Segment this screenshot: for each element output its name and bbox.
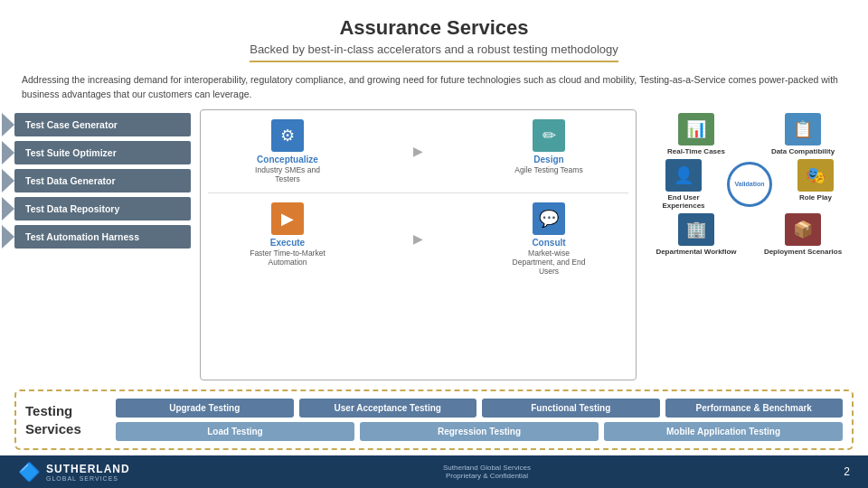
- consult-sub: Market-wise Department, and End Users: [508, 249, 590, 276]
- logo-icon: 🔷: [18, 461, 41, 483]
- service-regression: Regression Testing: [360, 422, 599, 441]
- design-sub: Agile Testing Teams: [514, 165, 582, 174]
- accelerator-item-2: Test Suite Optimizer: [14, 141, 191, 164]
- consult-label: Consult: [532, 238, 565, 248]
- methodology-panel: ⚙ Conceptualize Industry SMEs and Tester…: [200, 109, 637, 381]
- method-consult: 💬 Consult Market-wise Department, and En…: [508, 202, 590, 276]
- footer: 🔷 SUTHERLAND GLOBAL SERVICES Sutherland …: [0, 455, 868, 488]
- services-row-1: Upgrade Testing User Acceptance Testing …: [116, 399, 843, 418]
- accelerator-item-5: Test Automation Harness: [14, 225, 191, 249]
- dept-label: Departmental Workflow: [656, 248, 736, 256]
- method-conceptualize: ⚙ Conceptualize Industry SMEs and Tester…: [247, 119, 328, 183]
- test-enduser: 👤 End User Experiences: [646, 159, 722, 210]
- testing-services-section: Testing Services Upgrade Testing User Ac…: [14, 389, 854, 450]
- conceptualize-icon: ⚙: [271, 119, 304, 152]
- test-dept: 🏢 Departmental Workflow: [646, 213, 747, 256]
- realtime-label: Real-Time Cases: [667, 147, 725, 155]
- roleplay-label: Role Play: [799, 193, 832, 202]
- validation-area: Validation: [727, 159, 772, 210]
- page-subtitle: Backed by best-in-class accelerators and…: [250, 42, 618, 62]
- methodology-row-2: ▶ Execute Faster Time-to-Market Automati…: [208, 202, 628, 276]
- service-functional: Functional Testing: [482, 399, 660, 418]
- roleplay-icon: 🎭: [797, 159, 834, 192]
- design-icon: ✏: [533, 119, 565, 152]
- footer-center: Sutherland Global Services Proprietary &…: [443, 464, 531, 480]
- enduser-label: End User Experiences: [646, 193, 722, 210]
- service-mobile: Mobile Application Testing: [604, 422, 843, 441]
- logo-text: SUTHERLAND GLOBAL SERVICES: [46, 463, 130, 482]
- page: Assurance Services Backed by best-in-cla…: [0, 0, 868, 488]
- design-label: Design: [533, 155, 563, 164]
- right-row-1: 📊 Real-Time Cases 📋 Data Compatibility: [646, 113, 854, 155]
- service-performance: Performance & Benchmark: [665, 399, 844, 418]
- services-row-2: Load Testing Regression Testing Mobile A…: [116, 422, 843, 441]
- footer-page: 2: [844, 465, 850, 478]
- methodology-row-1: ⚙ Conceptualize Industry SMEs and Tester…: [208, 119, 628, 183]
- consult-icon: 💬: [533, 202, 565, 235]
- execute-icon: ▶: [271, 202, 304, 235]
- header: Assurance Services Backed by best-in-cla…: [0, 0, 868, 68]
- accelerator-item-4: Test Data Repository: [14, 197, 191, 221]
- arrow-1: ▶: [413, 119, 423, 183]
- right-row-2: 👤 End User Experiences Validation 🎭 Role…: [646, 159, 854, 210]
- dept-icon: 🏢: [678, 213, 714, 246]
- arrow-2: ▶: [413, 202, 423, 276]
- accelerator-item-1: Test Case Generator: [14, 113, 191, 136]
- test-roleplay: 🎭 Role Play: [778, 159, 854, 210]
- realtime-icon: 📊: [678, 113, 714, 145]
- validation-circle: Validation: [727, 162, 772, 207]
- accelerators-panel: Test Case Generator Test Suite Optimizer…: [14, 109, 191, 381]
- method-design: ✏ Design Agile Testing Teams: [508, 119, 590, 183]
- page-title: Assurance Services: [18, 16, 850, 40]
- execute-label: Execute: [270, 238, 305, 248]
- service-upgrade: Upgrade Testing: [116, 399, 294, 418]
- service-load: Load Testing: [116, 422, 354, 441]
- conceptualize-sub: Industry SMEs and Testers: [247, 165, 328, 183]
- services-grid: Upgrade Testing User Acceptance Testing …: [116, 399, 843, 441]
- conceptualize-label: Conceptualize: [257, 155, 318, 164]
- right-row-3: 🏢 Departmental Workflow 📦 Deployment Sce…: [646, 213, 854, 256]
- test-realtime: 📊 Real-Time Cases: [646, 113, 747, 155]
- deploy-label: Deployment Scenarios: [764, 248, 842, 256]
- data-compat-icon: 📋: [785, 113, 821, 145]
- data-compat-label: Data Compatibility: [771, 147, 835, 155]
- footer-logo: 🔷 SUTHERLAND GLOBAL SERVICES: [18, 461, 130, 483]
- main-content: Test Case Generator Test Suite Optimizer…: [0, 109, 868, 387]
- intro-text: Addressing the increasing demand for int…: [0, 68, 868, 109]
- method-execute: ▶ Execute Faster Time-to-Market Automati…: [247, 202, 328, 276]
- execute-sub: Faster Time-to-Market Automation: [247, 249, 328, 267]
- enduser-icon: 👤: [665, 159, 702, 192]
- service-uat: User Acceptance Testing: [299, 399, 477, 418]
- test-data-compat: 📋 Data Compatibility: [752, 113, 854, 155]
- deploy-icon: 📦: [785, 213, 821, 246]
- accelerator-item-3: Test Data Generator: [14, 169, 191, 192]
- right-panel: 📊 Real-Time Cases 📋 Data Compatibility 👤…: [646, 109, 854, 381]
- test-deploy: 📦 Deployment Scenarios: [752, 213, 854, 256]
- testing-services-label: Testing Services: [25, 402, 107, 437]
